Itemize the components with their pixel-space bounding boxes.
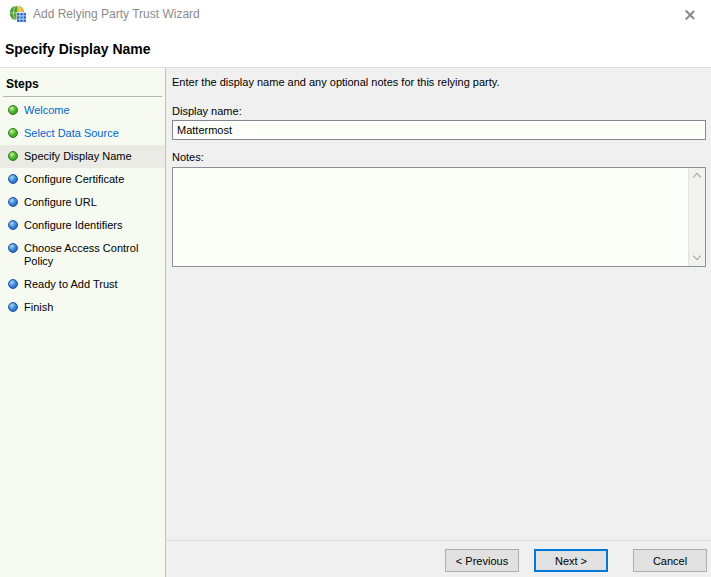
step-done-icon [8,105,18,115]
step-done-icon [8,128,18,138]
footer-divider [166,540,711,541]
chevron-up-icon [693,173,701,181]
step-upcoming-icon [8,174,18,184]
notes-text[interactable] [173,168,688,266]
notes-label: Notes: [172,151,706,163]
display-name-input[interactable] [172,120,706,140]
step-upcoming-icon [8,279,18,289]
notes-textarea[interactable] [172,167,706,267]
steps-sidebar: Steps Welcome Select Data Source Specify… [0,68,165,577]
sidebar-item-select-data-source[interactable]: Select Data Source [0,122,165,145]
window-title: Add Relying Party Trust Wizard [33,7,200,21]
steps-heading: Steps [0,68,165,91]
sidebar-item-choose-access-control-policy: Choose Access Control Policy [0,237,165,273]
scroll-up-button[interactable] [689,168,706,185]
next-button[interactable]: Next > [534,549,608,572]
display-name-form: Enter the display name and any optional … [166,68,711,267]
steps-list: Welcome Select Data Source Specify Displ… [0,99,165,319]
display-name-label: Display name: [172,105,706,117]
step-upcoming-icon [8,243,18,253]
close-icon [684,9,696,21]
steps-divider [3,96,162,97]
chevron-down-icon [693,252,701,260]
sidebar-item-configure-identifiers: Configure Identifiers [0,214,165,237]
sidebar-item-configure-url: Configure URL [0,191,165,214]
page-title: Specify Display Name [5,41,151,57]
previous-button[interactable]: < Previous [445,549,519,572]
step-upcoming-icon [8,302,18,312]
wizard-buttons: < Previous Next > Cancel [445,549,707,572]
cancel-button[interactable]: Cancel [633,549,707,572]
step-upcoming-icon [8,220,18,230]
sidebar-item-welcome[interactable]: Welcome [0,99,165,122]
sidebar-item-finish: Finish [0,296,165,319]
scroll-down-button[interactable] [689,249,706,266]
instruction-text: Enter the display name and any optional … [172,76,706,89]
step-current-icon [8,151,18,161]
close-button[interactable] [677,3,703,27]
sidebar-item-ready-to-add-trust: Ready to Add Trust [0,273,165,296]
sidebar-item-specify-display-name: Specify Display Name [0,145,165,168]
notes-scrollbar[interactable] [688,168,705,266]
adfs-wizard-icon [9,5,27,23]
main-panel: Enter the display name and any optional … [166,68,711,577]
titlebar: Add Relying Party Trust Wizard [0,0,711,30]
sidebar-item-configure-certificate: Configure Certificate [0,168,165,191]
step-upcoming-icon [8,197,18,207]
